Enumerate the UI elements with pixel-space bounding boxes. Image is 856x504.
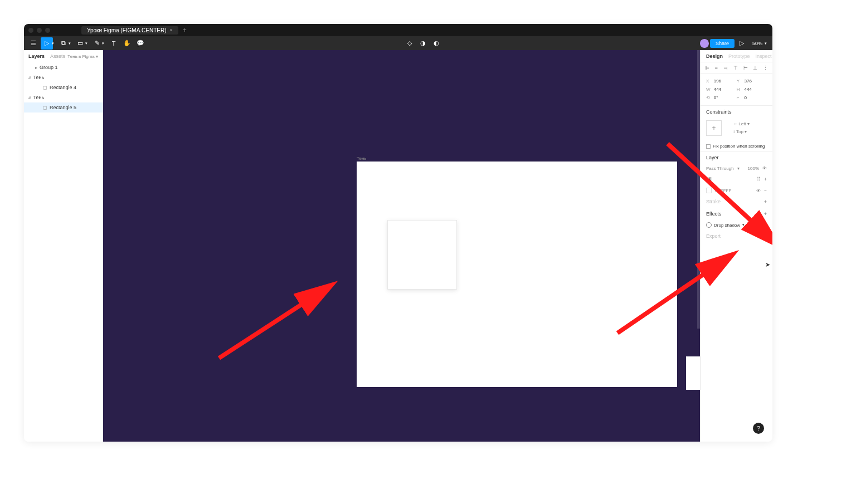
mask-icon[interactable]: ◑: [417, 37, 429, 50]
x-input[interactable]: 196: [714, 79, 736, 84]
move-tool[interactable]: ▷: [41, 37, 53, 50]
fill-visibility-icon[interactable]: 👁: [756, 188, 761, 193]
fix-scroll-checkbox[interactable]: Fix position when scrolling: [701, 141, 772, 151]
workspace: Layers Assets Тень в Figma ▾ ▸Group 1 #Т…: [24, 50, 772, 442]
fill-color-swatch[interactable]: [706, 188, 712, 193]
remove-effect-icon[interactable]: −: [764, 223, 767, 228]
frame-label[interactable]: Тень: [357, 156, 366, 161]
inspect-tab[interactable]: Inspect: [756, 53, 772, 59]
menu-icon[interactable]: ☰: [27, 37, 40, 50]
layer-rectangle-selected[interactable]: ▢Rectangle 5: [24, 102, 103, 112]
constraints-widget[interactable]: +: [706, 120, 722, 136]
effects-style-icon[interactable]: ⠿: [757, 211, 761, 217]
rotation-input[interactable]: 0°: [714, 95, 736, 100]
add-effect-icon[interactable]: +: [764, 211, 767, 217]
adjacent-frame[interactable]: [686, 356, 700, 390]
user-avatar[interactable]: [700, 39, 709, 48]
hand-tool[interactable]: ✋: [121, 37, 133, 50]
text-tool[interactable]: T: [108, 37, 120, 50]
constraints-header: Constraints: [701, 106, 772, 118]
mouse-cursor-icon: ➤: [765, 261, 770, 268]
canvas-frame[interactable]: [357, 162, 677, 387]
assets-tab[interactable]: Assets: [50, 53, 65, 59]
v-constraint[interactable]: ↕ Top ▾: [733, 128, 750, 136]
y-input[interactable]: 376: [745, 79, 766, 84]
boolean-icon[interactable]: ◐: [430, 37, 442, 50]
close-tab-icon[interactable]: ×: [170, 27, 173, 33]
add-export-icon[interactable]: +: [764, 233, 767, 239]
design-tab[interactable]: Design: [706, 53, 723, 59]
layer-rectangle[interactable]: ▢Rectangle 4: [24, 82, 103, 92]
layer-section-header: Layer: [701, 151, 772, 164]
stroke-section-header: Stroke +: [701, 195, 772, 208]
comment-tool[interactable]: 💬: [134, 37, 147, 50]
figma-app-window: Уроки Figma (FIGMA.CENTER) × + ☰ ▷▾ ⧉▾ ▭…: [24, 24, 772, 442]
tab-title: Уроки Figma (FIGMA.CENTER): [87, 27, 167, 33]
new-tab-button[interactable]: +: [183, 26, 187, 34]
properties-panel: Design Prototype Inspect ⊫≡⫤⊤⊢⊥⋮ X196 Y3…: [700, 50, 772, 442]
add-fill-icon[interactable]: +: [764, 177, 767, 182]
pen-tool[interactable]: ✎: [91, 37, 103, 50]
blend-mode[interactable]: Pass Through: [706, 166, 734, 171]
window-traffic-lights[interactable]: [28, 28, 50, 33]
opacity-input[interactable]: 100%: [748, 166, 759, 171]
width-input[interactable]: 444: [714, 87, 736, 92]
effect-settings-icon[interactable]: [706, 222, 712, 228]
layers-panel: Layers Assets Тень в Figma ▾ ▸Group 1 #Т…: [24, 50, 103, 442]
document-tab[interactable]: Уроки Figma (FIGMA.CENTER) ×: [81, 26, 178, 35]
fill-hex[interactable]: FFFFFF: [715, 188, 731, 193]
prototype-tab[interactable]: Prototype: [728, 53, 750, 59]
h-constraint[interactable]: ↔ Left ▾: [733, 120, 750, 128]
layer-frame[interactable]: #Тень: [24, 92, 103, 102]
canvas[interactable]: Тень: [103, 50, 700, 442]
position-size-section: X196 Y376 W444 H444 ⟲0° ⌐0: [701, 74, 772, 106]
title-bar: Уроки Figma (FIGMA.CENTER) × +: [24, 24, 772, 36]
remove-fill-icon[interactable]: −: [764, 188, 767, 193]
help-button[interactable]: ?: [753, 423, 764, 434]
fill-section-header: Fill ⠿+: [701, 173, 772, 185]
component-icon[interactable]: ◇: [403, 37, 416, 50]
selected-rectangle[interactable]: [387, 220, 457, 290]
visibility-icon[interactable]: 👁: [762, 166, 767, 171]
effects-section-header: Effects ⠿+: [701, 208, 772, 220]
share-button[interactable]: Share: [710, 39, 735, 48]
scrollbar[interactable]: [697, 50, 700, 329]
present-icon[interactable]: ▷: [736, 37, 748, 50]
zoom-level[interactable]: 50%: [752, 41, 762, 46]
export-section-header: Export +: [701, 230, 772, 242]
style-icon[interactable]: ⠿: [757, 177, 761, 182]
layer-group[interactable]: ▸Group 1: [24, 62, 103, 72]
page-selector[interactable]: Тень в Figma ▾: [67, 54, 98, 59]
height-input[interactable]: 444: [745, 87, 766, 92]
layer-frame[interactable]: #Тень: [24, 72, 103, 82]
layers-tab[interactable]: Layers: [28, 53, 45, 59]
add-stroke-icon[interactable]: +: [764, 199, 767, 204]
effect-visibility-icon[interactable]: 👁: [757, 223, 762, 228]
corner-input[interactable]: 0: [745, 95, 766, 100]
main-toolbar: ☰ ▷▾ ⧉▾ ▭▾ ✎▾ T ✋ 💬 ◇ ◑ ◐ Share ▷ 50%▾: [24, 36, 772, 50]
alignment-controls[interactable]: ⊫≡⫤⊤⊢⊥⋮: [701, 62, 772, 74]
frame-tool[interactable]: ⧉: [57, 37, 70, 50]
effect-item[interactable]: Drop shadow▾ 👁−: [701, 220, 772, 230]
shape-tool[interactable]: ▭: [74, 37, 86, 50]
